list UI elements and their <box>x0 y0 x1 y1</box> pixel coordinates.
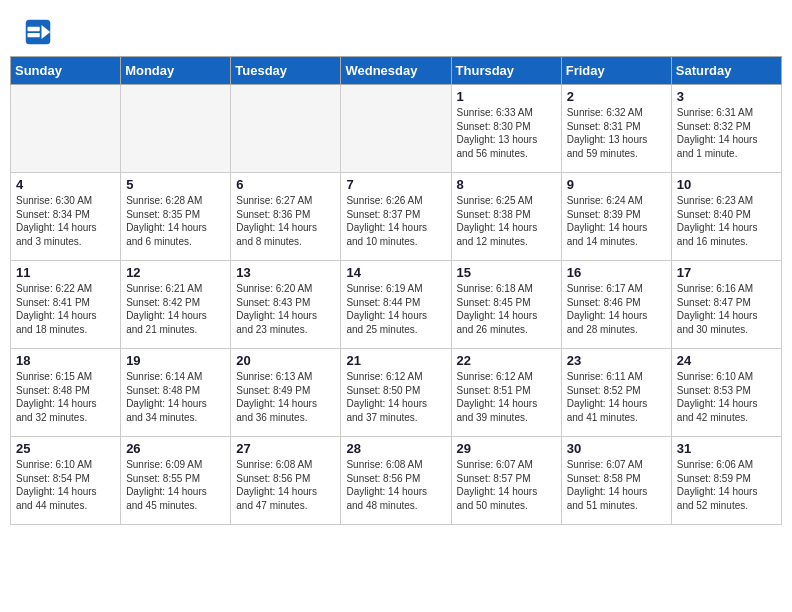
calendar-cell: 15Sunrise: 6:18 AM Sunset: 8:45 PM Dayli… <box>451 261 561 349</box>
day-info: Sunrise: 6:13 AM Sunset: 8:49 PM Dayligh… <box>236 370 335 424</box>
calendar-cell <box>231 85 341 173</box>
calendar-cell <box>121 85 231 173</box>
calendar-cell: 19Sunrise: 6:14 AM Sunset: 8:48 PM Dayli… <box>121 349 231 437</box>
day-number: 19 <box>126 353 225 368</box>
day-info: Sunrise: 6:08 AM Sunset: 8:56 PM Dayligh… <box>236 458 335 512</box>
day-info: Sunrise: 6:28 AM Sunset: 8:35 PM Dayligh… <box>126 194 225 248</box>
calendar-cell: 18Sunrise: 6:15 AM Sunset: 8:48 PM Dayli… <box>11 349 121 437</box>
day-number: 28 <box>346 441 445 456</box>
day-number: 10 <box>677 177 776 192</box>
calendar-cell <box>341 85 451 173</box>
calendar-week-row: 4Sunrise: 6:30 AM Sunset: 8:34 PM Daylig… <box>11 173 782 261</box>
calendar-cell: 12Sunrise: 6:21 AM Sunset: 8:42 PM Dayli… <box>121 261 231 349</box>
day-info: Sunrise: 6:18 AM Sunset: 8:45 PM Dayligh… <box>457 282 556 336</box>
calendar-cell: 8Sunrise: 6:25 AM Sunset: 8:38 PM Daylig… <box>451 173 561 261</box>
day-info: Sunrise: 6:10 AM Sunset: 8:53 PM Dayligh… <box>677 370 776 424</box>
day-info: Sunrise: 6:19 AM Sunset: 8:44 PM Dayligh… <box>346 282 445 336</box>
day-info: Sunrise: 6:09 AM Sunset: 8:55 PM Dayligh… <box>126 458 225 512</box>
day-number: 8 <box>457 177 556 192</box>
day-number: 31 <box>677 441 776 456</box>
calendar-cell: 29Sunrise: 6:07 AM Sunset: 8:57 PM Dayli… <box>451 437 561 525</box>
calendar-cell: 14Sunrise: 6:19 AM Sunset: 8:44 PM Dayli… <box>341 261 451 349</box>
day-info: Sunrise: 6:10 AM Sunset: 8:54 PM Dayligh… <box>16 458 115 512</box>
calendar-cell: 7Sunrise: 6:26 AM Sunset: 8:37 PM Daylig… <box>341 173 451 261</box>
calendar-cell: 31Sunrise: 6:06 AM Sunset: 8:59 PM Dayli… <box>671 437 781 525</box>
calendar-cell: 4Sunrise: 6:30 AM Sunset: 8:34 PM Daylig… <box>11 173 121 261</box>
day-info: Sunrise: 6:12 AM Sunset: 8:50 PM Dayligh… <box>346 370 445 424</box>
calendar-cell: 23Sunrise: 6:11 AM Sunset: 8:52 PM Dayli… <box>561 349 671 437</box>
day-number: 11 <box>16 265 115 280</box>
day-info: Sunrise: 6:07 AM Sunset: 8:57 PM Dayligh… <box>457 458 556 512</box>
calendar-cell: 6Sunrise: 6:27 AM Sunset: 8:36 PM Daylig… <box>231 173 341 261</box>
day-info: Sunrise: 6:27 AM Sunset: 8:36 PM Dayligh… <box>236 194 335 248</box>
day-info: Sunrise: 6:21 AM Sunset: 8:42 PM Dayligh… <box>126 282 225 336</box>
day-number: 1 <box>457 89 556 104</box>
day-info: Sunrise: 6:15 AM Sunset: 8:48 PM Dayligh… <box>16 370 115 424</box>
calendar-table: SundayMondayTuesdayWednesdayThursdayFrid… <box>10 56 782 525</box>
logo-icon <box>24 18 52 46</box>
day-info: Sunrise: 6:11 AM Sunset: 8:52 PM Dayligh… <box>567 370 666 424</box>
svg-rect-3 <box>28 33 40 37</box>
day-info: Sunrise: 6:16 AM Sunset: 8:47 PM Dayligh… <box>677 282 776 336</box>
day-number: 6 <box>236 177 335 192</box>
day-number: 25 <box>16 441 115 456</box>
calendar-cell: 17Sunrise: 6:16 AM Sunset: 8:47 PM Dayli… <box>671 261 781 349</box>
calendar-cell: 28Sunrise: 6:08 AM Sunset: 8:56 PM Dayli… <box>341 437 451 525</box>
calendar-header: SundayMondayTuesdayWednesdayThursdayFrid… <box>11 57 782 85</box>
calendar-cell: 24Sunrise: 6:10 AM Sunset: 8:53 PM Dayli… <box>671 349 781 437</box>
day-number: 21 <box>346 353 445 368</box>
weekday-header: Monday <box>121 57 231 85</box>
day-info: Sunrise: 6:25 AM Sunset: 8:38 PM Dayligh… <box>457 194 556 248</box>
calendar-cell: 1Sunrise: 6:33 AM Sunset: 8:30 PM Daylig… <box>451 85 561 173</box>
day-info: Sunrise: 6:32 AM Sunset: 8:31 PM Dayligh… <box>567 106 666 160</box>
calendar-cell: 3Sunrise: 6:31 AM Sunset: 8:32 PM Daylig… <box>671 85 781 173</box>
calendar-cell: 9Sunrise: 6:24 AM Sunset: 8:39 PM Daylig… <box>561 173 671 261</box>
calendar-week-row: 11Sunrise: 6:22 AM Sunset: 8:41 PM Dayli… <box>11 261 782 349</box>
calendar-cell: 11Sunrise: 6:22 AM Sunset: 8:41 PM Dayli… <box>11 261 121 349</box>
day-info: Sunrise: 6:12 AM Sunset: 8:51 PM Dayligh… <box>457 370 556 424</box>
page-header <box>0 0 792 56</box>
day-number: 16 <box>567 265 666 280</box>
weekday-header: Wednesday <box>341 57 451 85</box>
calendar-wrapper: SundayMondayTuesdayWednesdayThursdayFrid… <box>0 56 792 535</box>
calendar-week-row: 18Sunrise: 6:15 AM Sunset: 8:48 PM Dayli… <box>11 349 782 437</box>
day-number: 24 <box>677 353 776 368</box>
weekday-header: Tuesday <box>231 57 341 85</box>
weekday-header: Friday <box>561 57 671 85</box>
day-number: 18 <box>16 353 115 368</box>
day-number: 27 <box>236 441 335 456</box>
day-info: Sunrise: 6:33 AM Sunset: 8:30 PM Dayligh… <box>457 106 556 160</box>
day-number: 29 <box>457 441 556 456</box>
day-info: Sunrise: 6:31 AM Sunset: 8:32 PM Dayligh… <box>677 106 776 160</box>
day-number: 14 <box>346 265 445 280</box>
calendar-cell: 13Sunrise: 6:20 AM Sunset: 8:43 PM Dayli… <box>231 261 341 349</box>
day-number: 23 <box>567 353 666 368</box>
calendar-cell: 22Sunrise: 6:12 AM Sunset: 8:51 PM Dayli… <box>451 349 561 437</box>
day-info: Sunrise: 6:07 AM Sunset: 8:58 PM Dayligh… <box>567 458 666 512</box>
svg-rect-2 <box>28 27 40 31</box>
day-info: Sunrise: 6:22 AM Sunset: 8:41 PM Dayligh… <box>16 282 115 336</box>
day-number: 3 <box>677 89 776 104</box>
calendar-cell: 26Sunrise: 6:09 AM Sunset: 8:55 PM Dayli… <box>121 437 231 525</box>
day-number: 4 <box>16 177 115 192</box>
day-info: Sunrise: 6:24 AM Sunset: 8:39 PM Dayligh… <box>567 194 666 248</box>
day-info: Sunrise: 6:17 AM Sunset: 8:46 PM Dayligh… <box>567 282 666 336</box>
day-number: 30 <box>567 441 666 456</box>
weekday-header: Saturday <box>671 57 781 85</box>
calendar-cell: 10Sunrise: 6:23 AM Sunset: 8:40 PM Dayli… <box>671 173 781 261</box>
day-number: 17 <box>677 265 776 280</box>
day-info: Sunrise: 6:08 AM Sunset: 8:56 PM Dayligh… <box>346 458 445 512</box>
calendar-week-row: 25Sunrise: 6:10 AM Sunset: 8:54 PM Dayli… <box>11 437 782 525</box>
calendar-cell: 5Sunrise: 6:28 AM Sunset: 8:35 PM Daylig… <box>121 173 231 261</box>
calendar-cell: 2Sunrise: 6:32 AM Sunset: 8:31 PM Daylig… <box>561 85 671 173</box>
day-number: 12 <box>126 265 225 280</box>
day-number: 13 <box>236 265 335 280</box>
calendar-cell: 21Sunrise: 6:12 AM Sunset: 8:50 PM Dayli… <box>341 349 451 437</box>
calendar-week-row: 1Sunrise: 6:33 AM Sunset: 8:30 PM Daylig… <box>11 85 782 173</box>
calendar-cell <box>11 85 121 173</box>
day-number: 15 <box>457 265 556 280</box>
day-number: 7 <box>346 177 445 192</box>
day-number: 26 <box>126 441 225 456</box>
calendar-cell: 16Sunrise: 6:17 AM Sunset: 8:46 PM Dayli… <box>561 261 671 349</box>
day-number: 20 <box>236 353 335 368</box>
